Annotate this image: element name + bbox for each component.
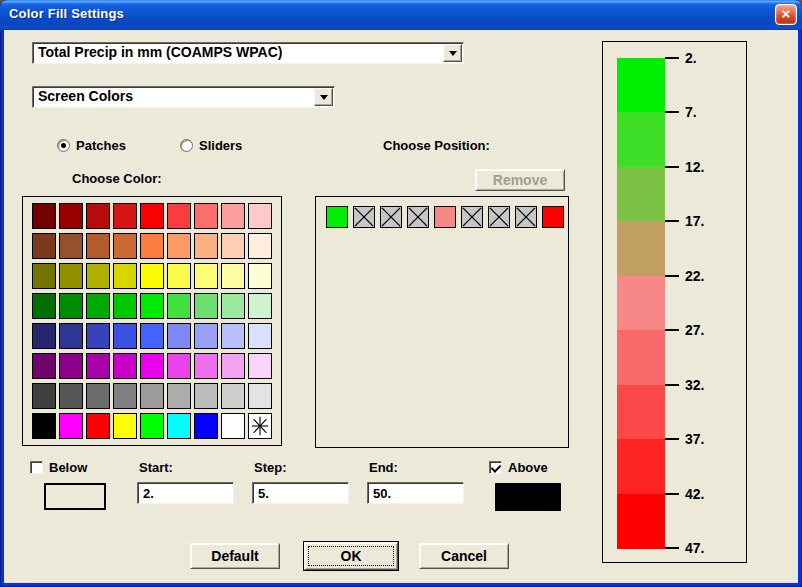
palette-swatch[interactable] (221, 323, 245, 349)
palette-swatch[interactable] (140, 263, 164, 289)
ok-button[interactable]: OK (303, 541, 399, 571)
radio-patches[interactable]: Patches (57, 138, 126, 153)
position-patch[interactable] (434, 206, 456, 228)
palette-swatch[interactable] (140, 383, 164, 409)
palette-swatch[interactable] (167, 293, 191, 319)
palette-swatch[interactable] (59, 263, 83, 289)
palette-swatch[interactable] (140, 323, 164, 349)
palette-swatch[interactable] (248, 323, 272, 349)
palette-swatch[interactable] (32, 233, 56, 259)
palette-swatch[interactable] (194, 263, 218, 289)
palette-swatch[interactable] (59, 203, 83, 229)
palette-swatch[interactable] (59, 383, 83, 409)
palette-swatch[interactable] (221, 383, 245, 409)
position-patch-empty[interactable] (515, 206, 537, 228)
palette-swatch[interactable] (167, 263, 191, 289)
palette-swatch[interactable] (194, 323, 218, 349)
above-checkbox-box[interactable] (489, 461, 502, 474)
palette-swatch[interactable] (113, 293, 137, 319)
palette-swatch[interactable] (113, 413, 137, 439)
palette-swatch[interactable] (59, 413, 83, 439)
palette-swatch[interactable] (221, 233, 245, 259)
palette-swatch[interactable] (167, 233, 191, 259)
palette-swatch[interactable] (167, 323, 191, 349)
palette-swatch[interactable] (221, 203, 245, 229)
palette-swatch[interactable] (59, 293, 83, 319)
palette-swatch[interactable] (221, 293, 245, 319)
palette-swatch[interactable] (221, 413, 245, 439)
close-button[interactable]: × (775, 4, 797, 25)
palette-swatch[interactable] (113, 323, 137, 349)
palette-swatch[interactable] (221, 353, 245, 379)
end-input[interactable] (367, 482, 464, 504)
color-source-select[interactable]: Screen Colors (32, 86, 335, 108)
palette-swatch[interactable] (248, 233, 272, 259)
position-patch-empty[interactable] (461, 206, 483, 228)
default-button[interactable]: Default (190, 543, 280, 569)
title-bar[interactable]: Color Fill Settings × (0, 0, 802, 30)
position-patch[interactable] (542, 206, 564, 228)
palette-swatch[interactable] (194, 383, 218, 409)
cancel-button[interactable]: Cancel (419, 543, 509, 569)
step-input[interactable] (252, 482, 349, 504)
palette-swatch[interactable] (248, 203, 272, 229)
palette-swatch[interactable] (32, 323, 56, 349)
below-checkbox-box[interactable] (30, 461, 43, 474)
below-color-swatch[interactable] (44, 483, 106, 510)
radio-sliders-circle[interactable] (180, 139, 193, 152)
palette-swatch[interactable] (86, 353, 110, 379)
palette-swatch[interactable] (248, 353, 272, 379)
position-patch[interactable] (326, 206, 348, 228)
palette-swatch[interactable] (86, 263, 110, 289)
palette-swatch[interactable] (86, 203, 110, 229)
palette-swatch[interactable] (113, 263, 137, 289)
palette-swatch[interactable] (32, 353, 56, 379)
palette-swatch[interactable] (59, 323, 83, 349)
palette-swatch[interactable] (140, 293, 164, 319)
palette-swatch[interactable] (59, 353, 83, 379)
palette-swatch[interactable] (113, 203, 137, 229)
palette-swatch[interactable] (248, 293, 272, 319)
position-patch-empty[interactable] (353, 206, 375, 228)
palette-swatch[interactable] (167, 353, 191, 379)
palette-swatch[interactable] (113, 383, 137, 409)
palette-swatch[interactable] (248, 263, 272, 289)
palette-swatch[interactable] (86, 323, 110, 349)
palette-swatch[interactable] (248, 383, 272, 409)
palette-swatch[interactable] (140, 353, 164, 379)
remove-button[interactable]: Remove (475, 169, 565, 191)
position-patch-empty[interactable] (380, 206, 402, 228)
palette-swatch[interactable] (32, 263, 56, 289)
position-patch-empty[interactable] (407, 206, 429, 228)
ok-button-face[interactable]: OK (304, 542, 398, 570)
position-patch-empty[interactable] (488, 206, 510, 228)
palette-swatch[interactable] (32, 293, 56, 319)
palette-swatch[interactable] (140, 203, 164, 229)
palette-swatch[interactable] (86, 383, 110, 409)
color-source-dropdown-button[interactable] (314, 88, 333, 106)
palette-swatch[interactable] (194, 233, 218, 259)
palette-swatch[interactable] (113, 233, 137, 259)
start-input[interactable] (137, 482, 234, 504)
palette-swatch[interactable] (194, 353, 218, 379)
palette-swatch[interactable] (221, 263, 245, 289)
palette-swatch[interactable] (32, 413, 56, 439)
palette-swatch[interactable] (194, 293, 218, 319)
radio-patches-circle[interactable] (57, 139, 70, 152)
below-checkbox[interactable]: Below (30, 460, 87, 475)
palette-swatch[interactable] (167, 383, 191, 409)
above-color-swatch[interactable] (495, 483, 561, 511)
palette-swatch[interactable] (194, 203, 218, 229)
palette-swatch[interactable] (140, 233, 164, 259)
field-select-dropdown-button[interactable] (443, 44, 462, 62)
palette-swatch-default[interactable] (248, 413, 272, 439)
radio-sliders[interactable]: Sliders (180, 138, 242, 153)
palette-swatch[interactable] (86, 413, 110, 439)
palette-swatch[interactable] (167, 203, 191, 229)
palette-swatch[interactable] (32, 383, 56, 409)
palette-swatch[interactable] (32, 203, 56, 229)
palette-swatch[interactable] (113, 353, 137, 379)
above-checkbox[interactable]: Above (489, 460, 548, 475)
palette-swatch[interactable] (194, 413, 218, 439)
palette-swatch[interactable] (86, 233, 110, 259)
